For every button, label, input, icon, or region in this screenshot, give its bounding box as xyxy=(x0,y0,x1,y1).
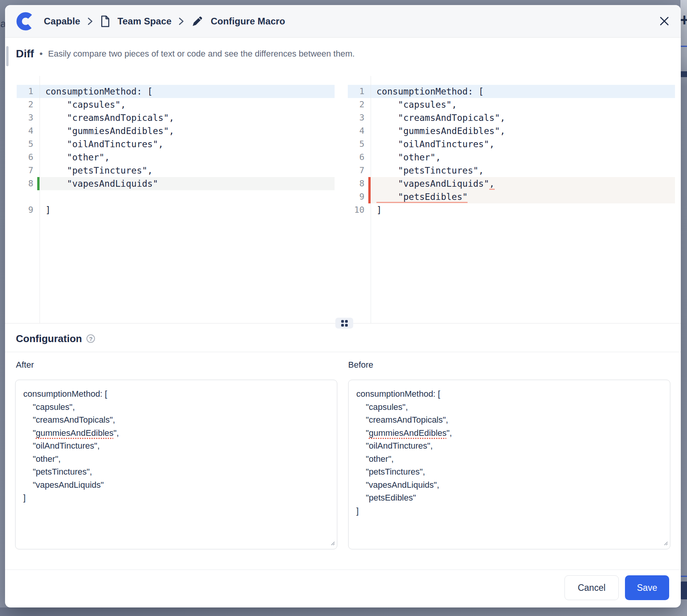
code-line: "petsEdibles" xyxy=(371,190,675,203)
code-line: "gummiesAndEdibles", xyxy=(40,124,335,138)
after-textarea-content: consumptionMethod: [ "capsules", "creams… xyxy=(23,387,329,504)
line-number: 8 xyxy=(17,177,40,190)
breadcrumb-app[interactable]: Capable xyxy=(44,16,80,27)
diff-row: 4 "gummiesAndEdibles", xyxy=(348,124,675,138)
diff-row: 4 "gummiesAndEdibles", xyxy=(17,124,335,138)
chevron-right-icon xyxy=(178,16,184,26)
diff-row: 6 "other", xyxy=(348,151,675,164)
chevron-right-icon xyxy=(87,16,93,26)
macro-description: Easily compare two pieces of text or cod… xyxy=(48,49,355,59)
diff-row: 5 "oilAndTinctures", xyxy=(348,138,675,151)
code-line xyxy=(40,190,335,203)
diff-row: 6 "other", xyxy=(17,151,335,164)
configure-macro-modal: Capable Team Space Configure Macro xyxy=(5,5,681,607)
before-textarea[interactable]: consumptionMethod: [ "capsules", "creams… xyxy=(348,380,670,549)
line-number: 4 xyxy=(348,124,371,138)
resize-handle-icon[interactable] xyxy=(662,540,668,547)
backdrop-navy-band-top xyxy=(680,71,687,77)
macro-title-row: Diff • Easily compare two pieces of text… xyxy=(16,42,670,65)
cancel-button[interactable]: Cancel xyxy=(564,575,619,600)
backdrop-navy-band-bottom xyxy=(680,582,687,599)
diff-row xyxy=(17,190,335,203)
after-label: After xyxy=(16,360,34,370)
diff-pane-before[interactable]: 1consumptionMethod: [2 "capsules",3 "cre… xyxy=(348,76,675,323)
line-number: 9 xyxy=(348,190,371,203)
line-number: 6 xyxy=(348,151,371,164)
line-number: 5 xyxy=(348,138,371,151)
pencil-icon xyxy=(191,15,204,28)
diff-row: 7 "petsTinctures", xyxy=(17,164,335,177)
macro-bullet: • xyxy=(40,48,43,59)
diff-row: 3 "creamsAndTopicals", xyxy=(348,111,675,124)
diff-row: 2 "capsules", xyxy=(17,98,335,111)
close-icon xyxy=(659,16,670,26)
diff-pane-after[interactable]: 1consumptionMethod: [2 "capsules",3 "cre… xyxy=(17,76,335,323)
line-number: 2 xyxy=(17,98,40,111)
code-line: "oilAndTinctures", xyxy=(371,138,675,151)
line-number: 2 xyxy=(348,98,371,111)
code-line: "vapesAndLiquids", xyxy=(371,177,675,190)
code-line: "petsTinctures", xyxy=(40,164,335,177)
backdrop-blue-line-top xyxy=(680,46,687,47)
code-line: "creamsAndTopicals", xyxy=(371,111,675,124)
before-textarea-content: consumptionMethod: [ "capsules", "creams… xyxy=(356,387,662,517)
resize-handle-icon[interactable] xyxy=(329,540,335,547)
breadcrumb: Capable Team Space Configure Macro xyxy=(15,11,285,32)
section-divider xyxy=(5,352,681,352)
help-icon[interactable]: ? xyxy=(86,334,95,343)
line-number: 6 xyxy=(17,151,40,164)
code-line: ] xyxy=(371,203,675,217)
diff-row: 3 "creamsAndTopicals", xyxy=(17,111,335,124)
configuration-header: Configuration ? xyxy=(16,332,95,346)
line-number: 4 xyxy=(17,124,40,138)
diff-row: 1consumptionMethod: [ xyxy=(17,85,335,98)
code-line: "gummiesAndEdibles", xyxy=(371,124,675,138)
diff-row: 10] xyxy=(348,203,675,217)
before-label: Before xyxy=(348,360,373,370)
line-number: 3 xyxy=(348,111,371,124)
code-line: "vapesAndLiquids" xyxy=(40,177,335,190)
backdrop-scrollbar-fragment xyxy=(6,46,9,66)
code-line: "petsTinctures", xyxy=(371,164,675,177)
diff-row: 9] xyxy=(17,203,335,217)
line-number: 3 xyxy=(17,111,40,124)
line-number: 8 xyxy=(348,177,371,190)
line-number: 1 xyxy=(348,85,371,98)
macro-title: Diff xyxy=(16,48,34,60)
line-number: 1 xyxy=(17,85,40,98)
backdrop-bottom-strip xyxy=(0,607,687,616)
code-line: consumptionMethod: [ xyxy=(371,85,675,98)
line-number: 5 xyxy=(17,138,40,151)
backdrop-right-strip: + xyxy=(680,0,687,616)
code-line: "capsules", xyxy=(40,98,335,111)
diff-row: 9 "petsEdibles" xyxy=(348,190,675,203)
diff-row: 1consumptionMethod: [ xyxy=(348,85,675,98)
code-line: ] xyxy=(40,203,335,217)
page: { "breadcrumb": { "app_label": "Capable"… xyxy=(0,0,687,616)
close-button[interactable] xyxy=(658,15,671,28)
configuration-title: Configuration xyxy=(16,333,82,345)
diff-row: 5 "oilAndTinctures", xyxy=(17,138,335,151)
line-number xyxy=(17,190,40,203)
backdrop-blue-line-bottom xyxy=(680,576,687,577)
code-line: consumptionMethod: [ xyxy=(40,85,335,98)
line-number: 7 xyxy=(348,164,371,177)
diff-row: 2 "capsules", xyxy=(348,98,675,111)
diff-editor: 1consumptionMethod: [2 "capsules",3 "cre… xyxy=(17,76,675,323)
code-line: "other", xyxy=(40,151,335,164)
drag-dots-icon xyxy=(341,320,348,327)
resize-drag-handle[interactable] xyxy=(335,318,353,329)
diff-row: 8 "vapesAndLiquids" xyxy=(17,177,335,190)
diff-row: 8 "vapesAndLiquids", xyxy=(348,177,675,190)
line-number: 7 xyxy=(17,164,40,177)
code-line: "creamsAndTopicals", xyxy=(40,111,335,124)
after-textarea[interactable]: consumptionMethod: [ "capsules", "creams… xyxy=(15,380,337,549)
breadcrumb-page: Configure Macro xyxy=(211,16,285,27)
capable-logo-icon xyxy=(15,11,36,32)
breadcrumb-space[interactable]: Team Space xyxy=(117,16,171,27)
line-number: 10 xyxy=(348,203,371,217)
save-button[interactable]: Save xyxy=(625,575,669,600)
code-line: "oilAndTinctures", xyxy=(40,138,335,151)
diff-row: 7 "petsTinctures", xyxy=(348,164,675,177)
code-line: "other", xyxy=(371,151,675,164)
